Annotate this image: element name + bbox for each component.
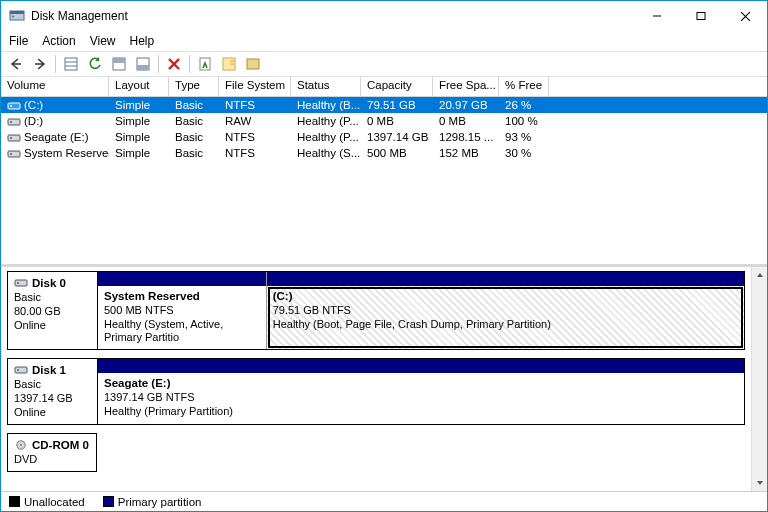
scroll-up-icon[interactable] [752,267,768,283]
volume-pct: 93 % [499,131,549,143]
volume-status: Healthy (S... [291,147,361,159]
volume-row[interactable]: Seagate (E:)SimpleBasicNTFSHealthy (P...… [1,129,767,145]
disk-info[interactable]: Disk 1Basic1397.14 GBOnline [7,358,97,425]
col-capacity[interactable]: Capacity [361,77,433,96]
legend-primary-label: Primary partition [118,496,202,508]
disk-icon [14,278,28,288]
legend: Unallocated Primary partition [1,491,767,511]
svg-point-32 [17,282,19,284]
col-filesystem[interactable]: File System [219,77,291,96]
svg-rect-27 [8,135,20,141]
menu-file[interactable]: File [9,34,28,48]
scroll-down-icon[interactable] [752,475,768,491]
disk-type: Basic [14,378,91,392]
svg-rect-25 [8,119,20,125]
volume-row[interactable]: (C:)SimpleBasicNTFSHealthy (B...79.51 GB… [1,97,767,113]
cdrom-icon [14,440,28,450]
volume-row[interactable]: (D:)SimpleBasicRAWHealthy (P...0 MB0 MB1… [1,113,767,129]
svg-point-30 [10,153,12,155]
menu-help[interactable]: Help [130,34,155,48]
volume-status: Healthy (P... [291,131,361,143]
disk-row: CD-ROM 0DVD [7,433,745,472]
disk-type: Basic [14,291,91,305]
col-freespace[interactable]: Free Spa... [433,77,499,96]
menu-view[interactable]: View [90,34,116,48]
volume-layout: Simple [109,131,169,143]
legend-swatch-navy [103,496,114,507]
toolbar-panel-bottom[interactable] [132,53,154,75]
titlebar: Disk Management [1,1,767,31]
delete-button[interactable] [163,53,185,75]
volume-capacity: 500 MB [361,147,433,159]
col-type[interactable]: Type [169,77,219,96]
app-window: Disk Management File Action View Help Vo… [0,0,768,512]
volume-pct: 26 % [499,99,549,111]
disk-size: 1397.14 GB [14,392,91,406]
graphical-pane: Disk 0Basic80.00 GBOnlineSystem Reserved… [1,267,751,491]
partition-title: (C:) [273,290,293,302]
volume-pct: 30 % [499,147,549,159]
vertical-scrollbar[interactable] [751,267,767,491]
toolbar-view-list[interactable] [60,53,82,75]
partition[interactable]: (C:)79.51 GB NTFSHealthy (Boot, Page Fil… [267,272,744,349]
volume-fs: NTFS [219,131,291,143]
toolbar-separator [158,55,159,73]
svg-rect-13 [113,58,125,63]
app-icon [9,8,25,24]
volume-fs: NTFS [219,147,291,159]
refresh-button[interactable] [84,53,106,75]
col-volume[interactable]: Volume [1,77,109,96]
disk-row: Disk 0Basic80.00 GBOnlineSystem Reserved… [7,271,745,350]
volume-list-pane: Volume Layout Type File System Status Ca… [1,77,767,267]
volume-capacity: 79.51 GB [361,99,433,111]
col-pctfree[interactable]: % Free [499,77,549,96]
disk-info[interactable]: Disk 0Basic80.00 GBOnline [7,271,97,350]
svg-point-28 [10,137,12,139]
volume-row[interactable]: System ReservedSimpleBasicNTFSHealthy (S… [1,145,767,161]
volume-rows: (C:)SimpleBasicNTFSHealthy (B...79.51 GB… [1,97,767,161]
partition[interactable]: System Reserved500 MB NTFSHealthy (Syste… [98,272,267,349]
toolbar-panel-top[interactable] [108,53,130,75]
svg-point-2 [12,16,14,18]
drive-icon [7,115,21,127]
volume-type: Basic [169,115,219,127]
close-button[interactable] [723,1,767,31]
forward-button[interactable] [29,53,51,75]
volume-capacity: 1397.14 GB [361,131,433,143]
volume-pct: 100 % [499,115,549,127]
svg-point-36 [20,444,22,446]
partition-size: 79.51 GB NTFS [273,304,351,316]
help-button[interactable] [218,53,240,75]
col-layout[interactable]: Layout [109,77,169,96]
drive-icon [7,147,21,159]
properties-button[interactable] [194,53,216,75]
menu-action[interactable]: Action [42,34,75,48]
volume-header-row: Volume Layout Type File System Status Ca… [1,77,767,97]
partition-title: Seagate (E:) [104,377,170,389]
volume-name: System Reserved [24,147,109,159]
col-status[interactable]: Status [291,77,361,96]
drive-icon [7,99,21,111]
disk-info[interactable]: CD-ROM 0DVD [7,433,97,472]
toolbar [1,51,767,77]
partition[interactable]: Seagate (E:)1397.14 GB NTFSHealthy (Prim… [98,359,744,424]
disk-partitions: Seagate (E:)1397.14 GB NTFSHealthy (Prim… [97,358,745,425]
graphical-wrap: Disk 0Basic80.00 GBOnlineSystem Reserved… [1,267,767,491]
volume-free: 0 MB [433,115,499,127]
disk-type: DVD [14,453,90,467]
window-title: Disk Management [31,9,635,23]
volume-name: Seagate (E:) [24,131,89,143]
svg-rect-4 [697,13,705,20]
volume-free: 20.97 GB [433,99,499,111]
volume-layout: Simple [109,147,169,159]
partition-body: (C:)79.51 GB NTFSHealthy (Boot, Page Fil… [267,286,744,349]
back-button[interactable] [5,53,27,75]
disk-label: CD-ROM 0 [32,438,89,452]
toolbar-extra[interactable] [242,53,264,75]
svg-rect-9 [65,58,77,70]
maximize-button[interactable] [679,1,723,31]
partition-status: Healthy (Boot, Page File, Crash Dump, Pr… [273,318,551,330]
volume-layout: Simple [109,115,169,127]
volume-free: 1298.15 ... [433,131,499,143]
minimize-button[interactable] [635,1,679,31]
